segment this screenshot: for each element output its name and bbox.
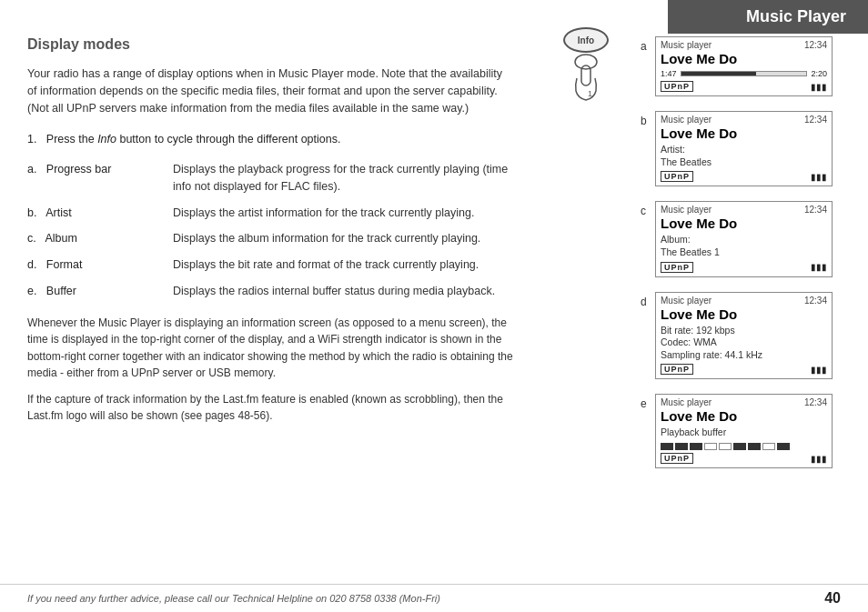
mode-label-d: d. Format — [27, 256, 173, 274]
screen-label-d: d — [641, 292, 655, 308]
screen-footer-d: UPnP ▮▮▮ — [661, 364, 827, 375]
screen-footer-c: UPnP ▮▮▮ — [661, 262, 827, 273]
screen-line1-c: Album: — [661, 234, 827, 246]
step-1-number: 1. Press the Info button to cycle throug… — [27, 133, 340, 145]
buffer-bar — [661, 443, 827, 450]
mode-desc-e: Displays the radios internal buffer stat… — [173, 283, 513, 300]
mode-label-e: e. Buffer — [27, 283, 173, 300]
time-right: 2:20 — [811, 69, 827, 78]
page-header: Music Player — [668, 0, 868, 34]
mode-desc-a: Displays the playback progress for the t… — [173, 161, 513, 196]
footer-para-1: Whenever the Music Player is displaying … — [27, 315, 513, 382]
screen-info-c: Album: The Beatles 1 — [661, 234, 827, 258]
screen-container-d: d Music player 12:34 Love Me Do Bit rate… — [641, 292, 850, 380]
screen-container-b: b Music player 12:34 Love Me Do Artist: … — [641, 111, 850, 186]
screen-footer-e: UPnP ▮▮▮ — [661, 453, 827, 464]
screen-line1-d: Bit rate: 192 kbps — [661, 325, 827, 337]
buf-seg-8 — [762, 443, 775, 450]
mode-row-c: c. Album Displays the album information … — [27, 230, 513, 247]
radio-screen-c: Music player 12:34 Love Me Do Album: The… — [655, 201, 833, 276]
screen-title-d: Love Me Do — [661, 306, 827, 323]
upnp-badge-b: UPnP — [661, 171, 693, 182]
info-button-illustration: Info 1 — [563, 27, 609, 103]
buf-seg-7 — [748, 443, 761, 450]
wifi-icon-c: ▮▮▮ — [811, 262, 827, 272]
mode-row-e: e. Buffer Displays the radios internal b… — [27, 283, 513, 300]
screen-header-c: Music player 12:34 — [661, 205, 827, 215]
mode-row-b: b. Artist Displays the artist informatio… — [27, 205, 513, 222]
screen-header-a: Music player 12:34 — [661, 40, 827, 50]
left-content: Display modes Your radio has a range of … — [27, 18, 531, 476]
screen-info-d: Bit rate: 192 kbps Codec: WMA Sampling r… — [661, 325, 827, 362]
wifi-icon-a: ▮▮▮ — [811, 82, 827, 92]
step-1: 1. Press the Info button to cycle throug… — [27, 131, 513, 148]
screen-title-a: Love Me Do — [661, 51, 827, 67]
screen-footer-b: UPnP ▮▮▮ — [661, 171, 827, 182]
screen-header-e: Music player 12:34 — [661, 397, 827, 407]
bottom-bar: If you need any further advice, please c… — [0, 584, 868, 612]
upnp-badge-d: UPnP — [661, 364, 693, 375]
mode-row-d: d. Format Displays the bit rate and form… — [27, 256, 513, 274]
wifi-icon-e: ▮▮▮ — [811, 454, 827, 464]
screen-label-b: b — [641, 111, 655, 127]
upnp-badge-c: UPnP — [661, 262, 693, 273]
finger-icon: 1 — [563, 53, 609, 103]
screen-label-c: c — [641, 201, 655, 217]
buf-seg-2 — [675, 443, 688, 450]
screens-column: a Music player 12:34 Love Me Do 1:47 2:2… — [641, 36, 850, 476]
mode-desc-b: Displays the artist information for the … — [173, 205, 513, 222]
screen-label-a: a — [641, 36, 655, 53]
screen-line1-b: Artist: — [661, 144, 827, 156]
upnp-badge-e: UPnP — [661, 453, 693, 464]
right-content: a Music player 12:34 Love Me Do 1:47 2:2… — [641, 18, 850, 476]
screen-line2-d: Codec: WMA — [661, 336, 827, 349]
mode-label-a: a. Progress bar — [27, 161, 173, 178]
screen-label-e: e — [641, 394, 655, 410]
wifi-icon-b: ▮▮▮ — [811, 172, 827, 182]
progress-bar-container: 1:47 2:20 — [661, 69, 827, 78]
progress-fill — [681, 72, 757, 75]
mode-desc-d: Displays the bit rate and format of the … — [173, 256, 513, 274]
mode-desc-c: Displays the album information for the t… — [173, 230, 513, 247]
buf-seg-3 — [690, 443, 702, 450]
svg-text:1: 1 — [588, 89, 592, 98]
progress-bar — [681, 71, 808, 76]
radio-screen-b: Music player 12:34 Love Me Do Artist: Th… — [655, 111, 833, 186]
screen-footer-a: UPnP ▮▮▮ — [661, 81, 827, 92]
screen-line2-c: The Beatles 1 — [661, 246, 827, 259]
illustration-area: Info 1 — [531, 18, 641, 476]
section-title: Display modes — [27, 36, 513, 53]
mode-row-a: a. Progress bar Displays the playback pr… — [27, 161, 513, 196]
buf-seg-4 — [704, 443, 717, 450]
buf-seg-5 — [719, 443, 732, 450]
radio-screen-a: Music player 12:34 Love Me Do 1:47 2:20 … — [655, 36, 833, 96]
mode-label-b: b. Artist — [27, 205, 173, 222]
screen-line2-b: The Beatles — [661, 156, 827, 169]
page-number: 40 — [824, 590, 841, 607]
screen-container-c: c Music player 12:34 Love Me Do Album: T… — [641, 201, 850, 276]
screen-line3-d: Sampling rate: 44.1 kHz — [661, 349, 827, 362]
screen-line1-e: Playback buffer — [661, 426, 827, 439]
screen-title-b: Love Me Do — [661, 125, 827, 142]
helpline-text: If you need any further advice, please c… — [27, 593, 440, 604]
screen-info-b: Artist: The Beatles — [661, 144, 827, 168]
buf-seg-1 — [661, 443, 673, 450]
modes-table: a. Progress bar Displays the playback pr… — [27, 161, 513, 300]
screen-container-e: e Music player 12:34 Love Me Do Playback… — [641, 394, 850, 468]
screen-title-c: Love Me Do — [661, 216, 827, 232]
radio-screen-d: Music player 12:34 Love Me Do Bit rate: … — [655, 292, 833, 380]
screen-title-e: Love Me Do — [661, 408, 827, 425]
svg-point-0 — [575, 55, 597, 69]
footer-para-2: If the capture of track information by t… — [27, 391, 513, 425]
mode-label-c: c. Album — [27, 230, 173, 247]
screen-header-d: Music player 12:34 — [661, 296, 827, 306]
radio-screen-e: Music player 12:34 Love Me Do Playback b… — [655, 394, 833, 468]
screen-header-b: Music player 12:34 — [661, 115, 827, 125]
upnp-badge-a: UPnP — [661, 81, 693, 92]
screen-info-e: Playback buffer — [661, 426, 827, 439]
buf-seg-6 — [733, 443, 746, 450]
buf-seg-9 — [777, 443, 790, 450]
time-left: 1:47 — [661, 69, 677, 78]
header-title: Music Player — [746, 7, 846, 25]
intro-paragraph: Your radio has a range of display option… — [27, 65, 513, 116]
